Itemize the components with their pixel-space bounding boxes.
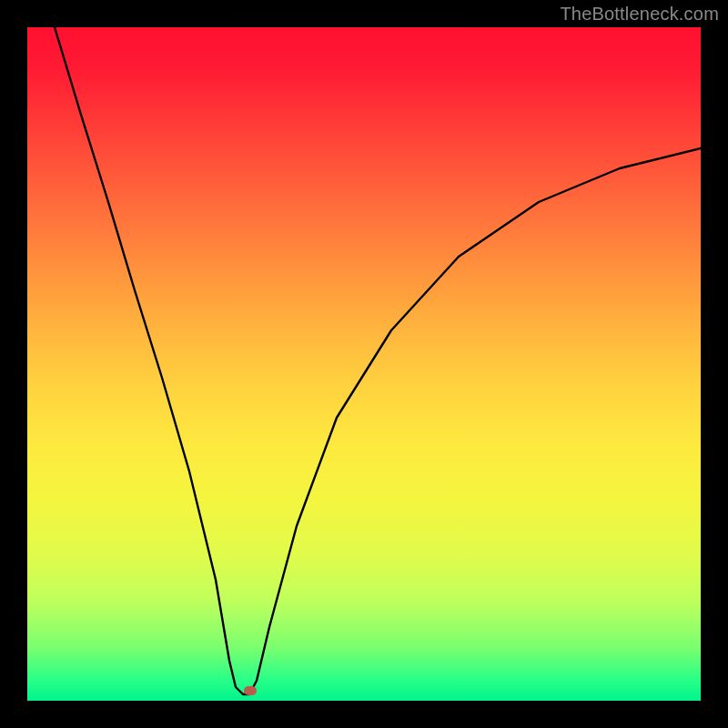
chart-frame: TheBottleneck.com — [0, 0, 728, 728]
watermark-text: TheBottleneck.com — [560, 4, 719, 25]
plot-area — [27, 27, 701, 701]
curve-path — [55, 27, 701, 694]
optimal-point-marker — [244, 686, 257, 695]
bottleneck-curve — [27, 27, 701, 701]
